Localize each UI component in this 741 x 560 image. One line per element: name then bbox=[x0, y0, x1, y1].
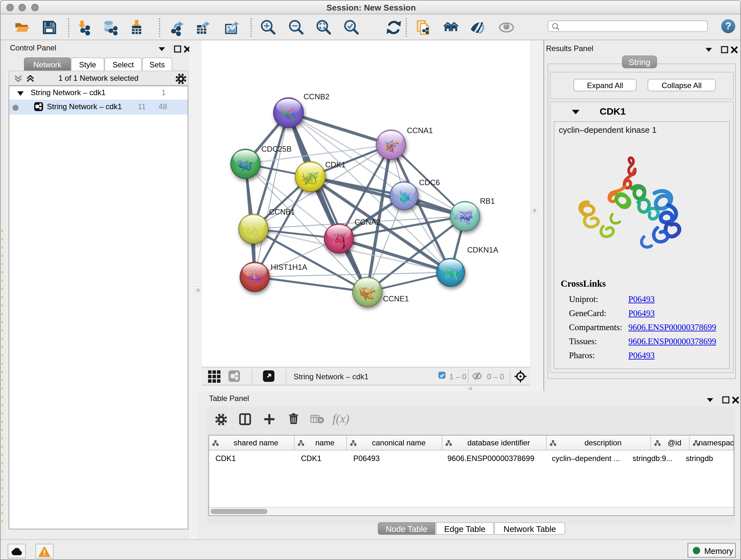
svg-text:CCNB1: CCNB1 bbox=[269, 207, 295, 216]
svg-text:RB1: RB1 bbox=[480, 197, 495, 205]
svg-text:CCNA1: CCNA1 bbox=[407, 126, 433, 135]
svg-text:CDK1: CDK1 bbox=[325, 160, 346, 169]
svg-text:CDKN1A: CDKN1A bbox=[467, 246, 498, 254]
svg-text:CCNA2: CCNA2 bbox=[354, 218, 381, 226]
svg-text:HIST1H1A: HIST1H1A bbox=[271, 263, 307, 271]
svg-text:CCNB2: CCNB2 bbox=[304, 92, 329, 101]
svg-text:CDC25B: CDC25B bbox=[261, 145, 292, 153]
svg-text:CDC6: CDC6 bbox=[419, 178, 440, 187]
svg-text:CCNE1: CCNE1 bbox=[383, 294, 409, 303]
